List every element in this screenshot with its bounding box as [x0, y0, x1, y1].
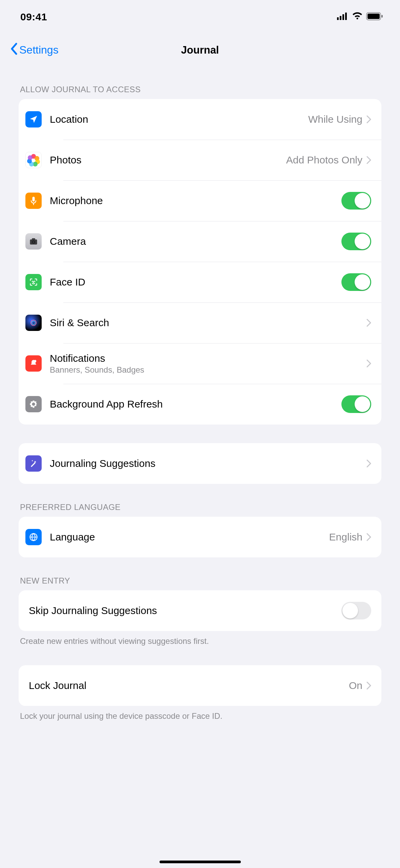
- row-label: Background App Refresh: [50, 398, 341, 410]
- camera-toggle[interactable]: [341, 233, 371, 250]
- group-access: Location While Using Photos Add Photos O…: [19, 99, 381, 425]
- home-indicator[interactable]: [160, 861, 241, 863]
- globe-icon: [25, 529, 42, 545]
- svg-point-13: [35, 281, 35, 281]
- row-value: Add Photos Only: [286, 154, 362, 166]
- svg-point-12: [32, 281, 33, 281]
- group-language: Language English: [19, 517, 381, 557]
- svg-rect-3: [345, 13, 347, 20]
- row-label: Skip Journaling Suggestions: [29, 605, 341, 617]
- section-header-language: PREFERRED LANGUAGE: [20, 502, 381, 512]
- row-photos[interactable]: Photos Add Photos Only: [19, 140, 381, 180]
- back-label: Settings: [19, 44, 59, 56]
- battery-icon: [366, 12, 383, 22]
- svg-rect-7: [33, 197, 35, 201]
- siri-icon: [25, 315, 42, 331]
- chevron-right-icon: [366, 115, 371, 123]
- footer-lock: Lock your journal using the device passc…: [20, 711, 380, 722]
- cellular-icon: [337, 13, 349, 21]
- skip-suggestions-toggle[interactable]: [341, 602, 371, 619]
- svg-rect-1: [340, 16, 341, 20]
- row-value: English: [329, 531, 362, 543]
- faceid-icon: [25, 274, 42, 290]
- row-sublabel: Banners, Sounds, Badges: [50, 365, 366, 375]
- row-skip-suggestions: Skip Journaling Suggestions: [19, 590, 381, 631]
- chevron-right-icon: [366, 682, 371, 690]
- row-label: Location: [50, 113, 308, 125]
- row-value: While Using: [308, 114, 362, 125]
- svg-rect-5: [367, 14, 380, 19]
- row-location[interactable]: Location While Using: [19, 99, 381, 140]
- row-label: Lock Journal: [29, 679, 349, 692]
- nav-bar: Settings Journal: [0, 34, 400, 66]
- row-notifications[interactable]: Notifications Banners, Sounds, Badges: [19, 343, 381, 384]
- camera-icon: [25, 233, 42, 250]
- row-lock-journal[interactable]: Lock Journal On: [19, 665, 381, 706]
- row-label: Photos: [50, 154, 286, 166]
- row-value: On: [349, 680, 362, 691]
- row-label: Siri & Search: [50, 317, 366, 329]
- svg-point-15: [32, 321, 36, 325]
- status-bar: 09:41: [0, 0, 400, 34]
- row-label: Microphone: [50, 195, 341, 207]
- row-label: Language: [50, 531, 329, 543]
- group-newentry: Skip Journaling Suggestions: [19, 590, 381, 631]
- row-microphone: Microphone: [19, 180, 381, 221]
- bgrefresh-toggle[interactable]: [341, 395, 371, 413]
- back-button[interactable]: Settings: [10, 43, 59, 58]
- svg-point-10: [33, 241, 34, 243]
- row-journaling-suggestions[interactable]: Journaling Suggestions: [19, 443, 381, 484]
- chevron-right-icon: [366, 533, 371, 541]
- svg-rect-2: [342, 14, 344, 20]
- gear-icon: [25, 396, 42, 412]
- microphone-icon: [25, 193, 42, 209]
- svg-point-16: [34, 360, 36, 362]
- row-label: Journaling Suggestions: [50, 457, 366, 470]
- section-header-access: ALLOW JOURNAL TO ACCESS: [20, 85, 381, 94]
- row-siri[interactable]: Siri & Search: [19, 302, 381, 343]
- wand-icon: [25, 455, 42, 472]
- row-faceid: Face ID: [19, 262, 381, 302]
- page-title: Journal: [181, 44, 219, 56]
- footer-newentry: Create new entries without viewing sugge…: [20, 636, 380, 647]
- status-indicators: [337, 12, 383, 22]
- section-header-newentry: NEW ENTRY: [20, 576, 381, 586]
- group-suggestions: Journaling Suggestions: [19, 443, 381, 484]
- row-camera: Camera: [19, 221, 381, 262]
- svg-rect-6: [381, 15, 383, 18]
- chevron-right-icon: [366, 459, 371, 468]
- notifications-icon: [25, 355, 42, 372]
- photos-icon: [25, 152, 42, 168]
- status-time: 09:41: [20, 11, 47, 23]
- wifi-icon: [352, 12, 363, 22]
- row-label: Face ID: [50, 276, 341, 288]
- svg-rect-0: [337, 17, 339, 20]
- chevron-right-icon: [366, 359, 371, 368]
- svg-rect-11: [32, 238, 35, 240]
- row-bgrefresh: Background App Refresh: [19, 384, 381, 425]
- row-label: Notifications: [50, 352, 366, 364]
- chevron-right-icon: [366, 319, 371, 327]
- row-language[interactable]: Language English: [19, 517, 381, 557]
- chevron-left-icon: [10, 43, 18, 58]
- group-lock: Lock Journal On: [19, 665, 381, 706]
- faceid-toggle[interactable]: [341, 273, 371, 291]
- row-label: Camera: [50, 235, 341, 248]
- chevron-right-icon: [366, 156, 371, 164]
- microphone-toggle[interactable]: [341, 192, 371, 210]
- location-icon: [25, 111, 42, 127]
